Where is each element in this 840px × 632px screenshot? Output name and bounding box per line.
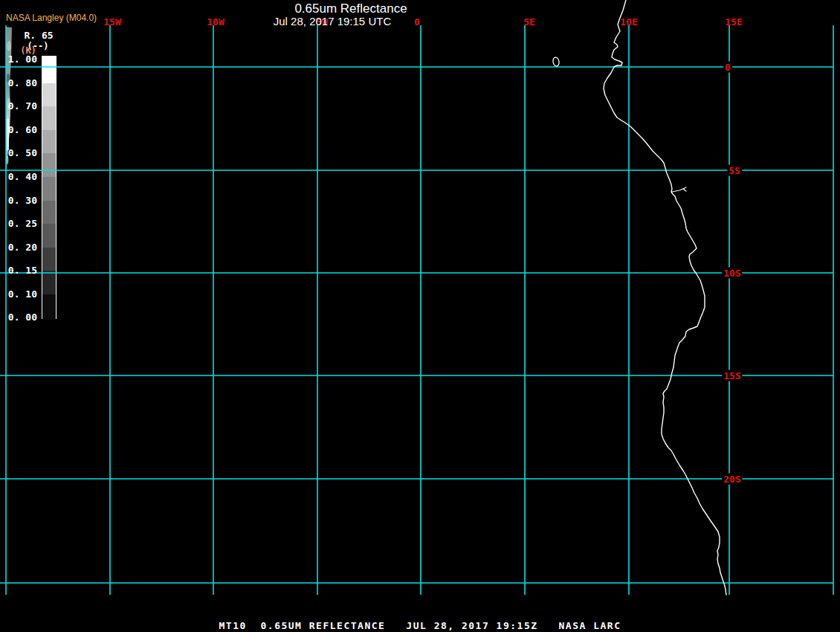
colorbar-tick-0.50: 0. 50 [0,147,37,158]
lat-label-20S: 20S [722,474,742,485]
colorbar-tick-0.25: 0. 25 [0,218,37,229]
lat-label-10S: 10S [722,268,742,279]
colorbar-tick-0.70: 0. 70 [0,100,37,112]
lon-label-0: 0 [414,16,420,28]
colorbar-tick-0.80: 0. 80 [0,77,37,88]
lat-label-5S: 5S [727,165,742,176]
colorbar-tick-0.20: 0. 20 [0,242,37,253]
river-fork-path [683,189,686,191]
lon-label-15W: 15W [103,16,120,28]
satellite-viewer: NASA Langley (M04.0) 0.65um Reflectance … [0,0,840,632]
lon-label-15E: 15E [725,16,742,28]
brand-label: NASA Langley (M04.0) [6,13,97,23]
island-outline [552,57,560,66]
lon-label-10W: 10W [207,16,224,28]
latlon-gridlines [0,25,833,595]
colorbar-tick-0.60: 0. 60 [0,124,37,135]
colorbar-tick-1.00: 1. 00 [0,54,37,65]
lon-label-10E: 10E [620,16,637,28]
lat-label-0: 0 [723,62,732,73]
timestamp-title: Jul 28, 2017 19:15 UTC [274,15,391,28]
colorbar-tick-0.40: 0. 40 [0,171,37,182]
footer-caption: MT10 0.65UM REFLECTANCE JUL 28, 2017 19:… [219,620,621,631]
page-title: 0.65um Reflectance [294,1,407,16]
lat-label-15S: 15S [722,370,742,381]
coastline-path [604,0,726,595]
colorbar-tick-0.30: 0. 30 [0,195,37,206]
colorbar-tick-0.00: 0. 00 [0,312,37,323]
colorbar-tick-0.10: 0. 10 [0,288,37,300]
colorbar-tick-0.15: 0. 15 [0,265,37,276]
colorbar-title: R. 65 [24,30,53,41]
coastline-layer [552,0,726,595]
map-canvas [0,0,840,632]
lon-label-5E: 5E [523,16,535,28]
